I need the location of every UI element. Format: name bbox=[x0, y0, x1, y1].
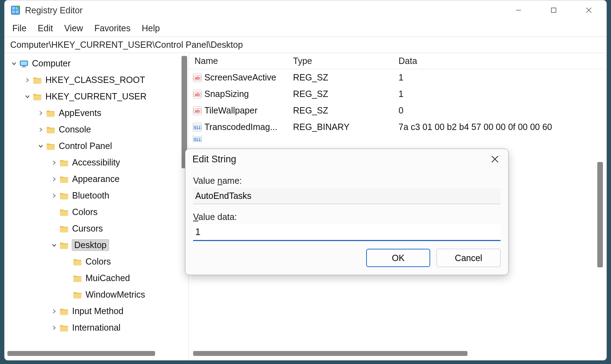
tree-item-label: Appearance bbox=[72, 174, 120, 184]
table-row[interactable]: TranscodedImag...REG_BINARY7a c3 01 00 b… bbox=[189, 119, 606, 135]
chevron-down-icon[interactable] bbox=[50, 240, 58, 250]
maximize-button[interactable] bbox=[536, 0, 571, 20]
tree-view[interactable]: ComputerHKEY_CLASSES_ROOTHKEY_CURRENT_US… bbox=[5, 53, 189, 360]
tree-item-label: AppEvents bbox=[59, 108, 101, 118]
tree-item[interactable]: HKEY_CURRENT_USER bbox=[10, 88, 189, 105]
binary-value-icon bbox=[192, 122, 202, 132]
folder-icon bbox=[33, 93, 43, 100]
chevron-down-icon[interactable] bbox=[37, 141, 45, 151]
tree-pane: ComputerHKEY_CLASSES_ROOTHKEY_CURRENT_US… bbox=[5, 53, 189, 360]
folder-icon bbox=[73, 258, 83, 266]
column-header-data[interactable]: Data bbox=[399, 56, 606, 66]
value-type: REG_SZ bbox=[293, 72, 399, 83]
tree-item[interactable]: Desktop bbox=[10, 237, 189, 253]
tree-item-label: Cursors bbox=[72, 223, 103, 234]
menubar: File Edit View Favorites Help bbox=[5, 20, 606, 37]
cancel-button[interactable]: Cancel bbox=[437, 249, 501, 267]
folder-icon bbox=[59, 307, 69, 315]
tree-item[interactable]: MuiCached bbox=[10, 270, 189, 286]
tree-item-label: International bbox=[72, 323, 121, 333]
folder-icon bbox=[46, 142, 56, 150]
value-data-input[interactable] bbox=[193, 224, 501, 241]
folder-icon bbox=[59, 192, 69, 200]
tree-item-label: HKEY_CURRENT_USER bbox=[45, 91, 147, 102]
tree-item-label: Input Method bbox=[72, 306, 123, 316]
chevron-right-icon[interactable] bbox=[50, 174, 58, 184]
string-value-icon bbox=[192, 89, 202, 99]
tree-item-label: Colors bbox=[72, 207, 97, 217]
folder-icon bbox=[73, 274, 83, 282]
tree-item[interactable]: AppEvents bbox=[10, 105, 189, 121]
svg-rect-20 bbox=[552, 8, 556, 13]
chevron-down-icon[interactable] bbox=[10, 58, 18, 69]
list-horizontal-scrollbar[interactable] bbox=[193, 349, 594, 358]
folder-icon bbox=[59, 241, 69, 249]
tree-item[interactable]: Appearance bbox=[10, 171, 189, 187]
table-row[interactable]: TileWallpaperREG_SZ0 bbox=[189, 102, 606, 119]
menu-file[interactable]: File bbox=[12, 23, 26, 33]
chevron-right-icon[interactable] bbox=[50, 323, 58, 333]
tree-item-label: WindowMetrics bbox=[85, 290, 145, 300]
tree-item[interactable]: Console bbox=[10, 121, 189, 138]
ok-button[interactable]: OK bbox=[366, 249, 430, 267]
tree-item[interactable]: Computer bbox=[10, 55, 189, 72]
titlebar: Registry Editor bbox=[5, 0, 606, 20]
string-value-icon bbox=[192, 73, 202, 83]
edit-string-dialog: Edit String Value name: AutoEndTasks Val… bbox=[185, 149, 509, 275]
tree-item-label: Computer bbox=[32, 58, 71, 69]
close-button[interactable] bbox=[571, 0, 606, 20]
tree-item[interactable]: HKEY_CLASSES_ROOT bbox=[10, 72, 189, 88]
folder-icon bbox=[59, 225, 69, 233]
tree-item-label: Bluetooth bbox=[72, 190, 109, 201]
tree-item[interactable]: Colors bbox=[10, 204, 189, 220]
chevron-down-icon[interactable] bbox=[24, 91, 31, 102]
folder-icon bbox=[73, 291, 83, 299]
value-data: 1 bbox=[399, 72, 606, 83]
tree-item[interactable]: Bluetooth bbox=[10, 187, 189, 204]
tree-item[interactable]: International bbox=[10, 319, 189, 336]
tree-item[interactable]: Colors bbox=[10, 253, 189, 270]
value-data: 7a c3 01 00 b2 b4 57 00 00 0f 00 00 60 bbox=[399, 122, 606, 132]
folder-icon bbox=[59, 159, 69, 167]
tree-item-label: MuiCached bbox=[85, 273, 130, 283]
table-row[interactable] bbox=[189, 135, 606, 143]
tree-item[interactable]: Input Method bbox=[10, 303, 189, 319]
value-data: 1 bbox=[399, 89, 606, 99]
menu-view[interactable]: View bbox=[64, 23, 83, 33]
table-row[interactable]: ScreenSaveActiveREG_SZ1 bbox=[189, 69, 606, 86]
chevron-right-icon[interactable] bbox=[37, 108, 45, 118]
address-text: Computer\HKEY_CURRENT_USER\Control Panel… bbox=[10, 40, 243, 50]
list-header: Name Type Data bbox=[189, 53, 606, 69]
tree-item-label: Control Panel bbox=[59, 141, 112, 151]
folder-icon bbox=[33, 76, 43, 84]
chevron-right-icon[interactable] bbox=[50, 157, 58, 168]
chevron-right-icon[interactable] bbox=[24, 75, 31, 85]
value-name: SnapSizing bbox=[204, 89, 249, 99]
tree-item[interactable]: Cursors bbox=[10, 220, 189, 237]
table-row[interactable]: SnapSizingREG_SZ1 bbox=[189, 86, 606, 102]
value-type: REG_SZ bbox=[293, 105, 399, 116]
minimize-button[interactable] bbox=[501, 0, 536, 20]
menu-help[interactable]: Help bbox=[142, 23, 160, 33]
column-header-type[interactable]: Type bbox=[293, 56, 399, 66]
dialog-close-button[interactable] bbox=[489, 153, 501, 165]
menu-edit[interactable]: Edit bbox=[38, 23, 53, 33]
dialog-titlebar: Edit String bbox=[185, 149, 508, 169]
chevron-right-icon[interactable] bbox=[37, 124, 45, 135]
column-header-name[interactable]: Name bbox=[189, 56, 293, 66]
computer-icon bbox=[19, 60, 29, 67]
window-controls bbox=[501, 0, 606, 20]
value-type: REG_SZ bbox=[293, 89, 399, 99]
menu-favorites[interactable]: Favorites bbox=[94, 23, 131, 33]
chevron-right-icon[interactable] bbox=[50, 190, 58, 201]
tree-item[interactable]: Accessibility bbox=[10, 154, 189, 171]
tree-horizontal-scrollbar[interactable] bbox=[7, 349, 178, 358]
address-bar[interactable]: Computer\HKEY_CURRENT_USER\Control Panel… bbox=[5, 37, 606, 53]
chevron-right-icon[interactable] bbox=[50, 306, 58, 316]
tree-item[interactable]: Control Panel bbox=[10, 138, 189, 154]
value-name-label: Value name: bbox=[193, 176, 501, 186]
value-type: REG_BINARY bbox=[293, 122, 399, 132]
list-vertical-scrollbar[interactable] bbox=[596, 71, 604, 346]
tree-item-label: Console bbox=[59, 124, 91, 135]
tree-item[interactable]: WindowMetrics bbox=[10, 286, 189, 303]
